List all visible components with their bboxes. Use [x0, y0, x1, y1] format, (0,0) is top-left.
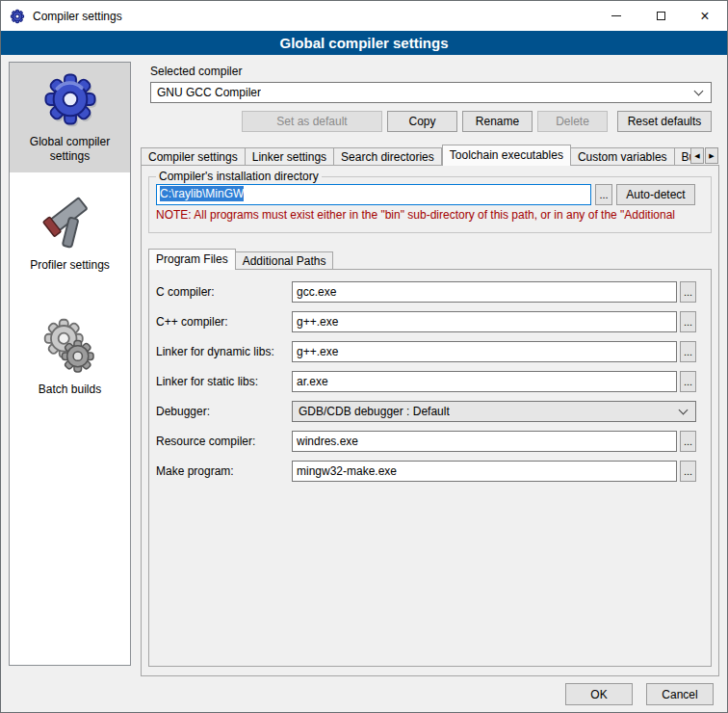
dialog-footer: OK Cancel: [565, 683, 714, 705]
compiler-select[interactable]: GNU GCC Compiler: [150, 82, 712, 103]
static-linker-browse-button[interactable]: ...: [680, 371, 696, 392]
cancel-button[interactable]: Cancel: [646, 683, 714, 705]
app-gear-icon: [10, 9, 25, 24]
subtab-strip: Program FilesAdditional Paths: [148, 249, 712, 270]
sidebar-item-profiler-settings[interactable]: Profiler settings: [10, 186, 130, 281]
sidebar-label: Profiler settings: [12, 258, 128, 273]
dynamic-linker-browse-button[interactable]: ...: [680, 341, 696, 362]
make-program-input[interactable]: [292, 461, 677, 482]
set-as-default-button[interactable]: Set as default: [242, 111, 382, 132]
maximize-button[interactable]: [638, 1, 683, 31]
maximize-icon: [657, 12, 665, 20]
install-dir-groupbox: Compiler's installation directory C:\ray…: [148, 170, 712, 233]
minimize-icon: [611, 15, 621, 16]
chevron-down-icon: [679, 406, 689, 415]
debugger-select[interactable]: GDB/CDB debugger : Default: [292, 401, 696, 422]
cpp-compiler-browse-button[interactable]: ...: [680, 311, 696, 332]
c-compiler-input[interactable]: [292, 281, 677, 303]
copy-button[interactable]: Copy: [387, 111, 457, 132]
c-compiler-label: C compiler:: [156, 285, 292, 299]
subtab-additional-paths[interactable]: Additional Paths: [236, 251, 334, 270]
tab-search-directories[interactable]: Search directories: [334, 147, 442, 166]
cpp-compiler-label: C++ compiler:: [156, 315, 292, 329]
dynamic-linker-label: Linker for dynamic libs:: [156, 345, 292, 358]
toolchain-form: C compiler:...C++ compiler:...Linker for…: [156, 281, 704, 482]
subtab-program-files[interactable]: Program Files: [148, 249, 236, 270]
install-dir-row: C:\raylib\MinGW ... Auto-detect: [156, 184, 704, 205]
sidebar-label: Global compiler settings: [12, 135, 128, 164]
static-linker-input[interactable]: [292, 371, 677, 392]
arrow-right-icon: ▶: [709, 152, 714, 160]
install-dir-note: NOTE: All programs must exist either in …: [156, 208, 704, 222]
sidebar-label: Batch builds: [12, 383, 128, 397]
resource-compiler-label: Resource compiler:: [156, 435, 292, 448]
dialog-content: Global compiler settings Profiler settin…: [1, 55, 727, 712]
minimize-button[interactable]: [594, 1, 638, 31]
static-linker-label: Linker for static libs:: [156, 375, 292, 388]
make-program-browse-button[interactable]: ...: [680, 461, 696, 482]
selected-compiler-label: Selected compiler: [150, 65, 242, 78]
ok-button[interactable]: OK: [565, 683, 633, 705]
close-button[interactable]: ×: [683, 1, 727, 31]
compiler-settings-window: Compiler settings × Global compiler sett…: [0, 0, 728, 713]
dynamic-linker-input[interactable]: [292, 341, 677, 362]
tab-scroll-left-button[interactable]: ◀: [690, 147, 704, 164]
arrow-left-icon: ◀: [694, 152, 699, 160]
main-area: Selected compiler GNU GCC Compiler Set a…: [141, 55, 719, 712]
banner: Global compiler settings: [1, 31, 727, 55]
install-dir-value: C:\raylib\MinGW: [160, 186, 244, 201]
debugger-value: GDB/CDB debugger : Default: [299, 405, 450, 418]
settings-sidebar: Global compiler settings Profiler settin…: [9, 62, 131, 666]
make-program-label: Make program:: [156, 464, 292, 478]
resource-compiler-browse-button[interactable]: ...: [680, 431, 696, 452]
tab-custom-variables[interactable]: Custom variables: [571, 147, 675, 166]
tab-compiler-settings[interactable]: Compiler settings: [141, 147, 246, 166]
hammer-icon: [12, 193, 128, 252]
auto-detect-button[interactable]: Auto-detect: [616, 184, 695, 205]
gears-gray-icon: [12, 317, 128, 377]
form-row-make-program: Make program:...: [156, 461, 704, 482]
c-compiler-browse-button[interactable]: ...: [680, 281, 696, 303]
form-row-dynamic-linker: Linker for dynamic libs:...: [156, 341, 704, 362]
rename-button[interactable]: Rename: [462, 111, 533, 132]
toolchain-executables-panel: Compiler's installation directory C:\ray…: [141, 165, 719, 676]
sidebar-item-batch-builds[interactable]: Batch builds: [10, 310, 130, 406]
cpp-compiler-input[interactable]: [292, 311, 677, 332]
install-dir-legend: Compiler's installation directory: [156, 170, 322, 183]
install-dir-browse-button[interactable]: ...: [595, 184, 612, 205]
tab-linker-settings[interactable]: Linker settings: [246, 147, 334, 166]
window-title: Compiler settings: [33, 10, 122, 23]
sidebar-item-global-compiler-settings[interactable]: Global compiler settings: [10, 63, 130, 172]
resource-compiler-input[interactable]: [292, 431, 677, 452]
compiler-select-value: GNU GCC Compiler: [157, 86, 261, 99]
titlebar: Compiler settings ×: [1, 1, 727, 31]
form-row-debugger: Debugger:GDB/CDB debugger : Default: [156, 401, 704, 422]
close-icon: ×: [700, 9, 709, 24]
tab-scroll-right-button[interactable]: ▶: [705, 147, 718, 164]
form-row-cpp-compiler: C++ compiler:...: [156, 311, 704, 332]
debugger-label: Debugger:: [156, 405, 292, 418]
form-row-static-linker: Linker for static libs:...: [156, 371, 704, 392]
program-files-panel: C compiler:...C++ compiler:...Linker for…: [148, 269, 712, 667]
form-row-c-compiler: C compiler:...: [156, 281, 704, 303]
form-row-resource-compiler: Resource compiler:...: [156, 431, 704, 452]
install-dir-input[interactable]: C:\raylib\MinGW: [156, 184, 591, 205]
delete-button[interactable]: Delete: [537, 111, 608, 132]
tab-toolchain-executables[interactable]: Toolchain executables: [442, 145, 571, 166]
gear-blue-icon: [12, 69, 128, 129]
reset-defaults-button[interactable]: Reset defaults: [617, 111, 712, 132]
tab-strip: Compiler settingsLinker settingsSearch d…: [141, 145, 696, 166]
compiler-toolbar: Set as default Copy Rename Delete Reset …: [150, 111, 712, 132]
chevron-down-icon: [694, 87, 704, 96]
